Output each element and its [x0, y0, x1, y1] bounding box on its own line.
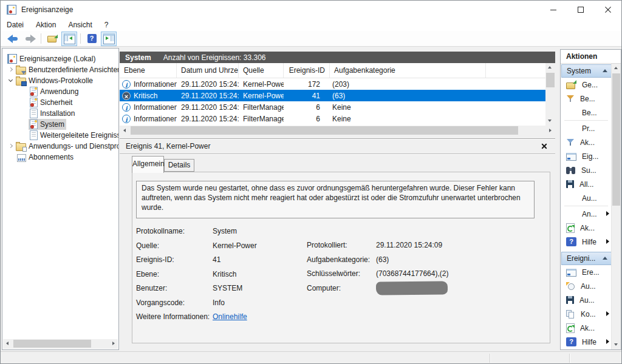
- action-item-label: All...: [579, 180, 593, 189]
- collapse-section-icon[interactable]: [602, 68, 608, 74]
- event-datetime: 29.11.2020 15:24:09: [177, 92, 239, 100]
- event-row[interactable]: Informationen 29.11.2020 15:24:09 Filter…: [120, 113, 545, 124]
- open-saved-log-button[interactable]: [44, 32, 60, 46]
- help-icon: [566, 237, 576, 246]
- action-save-selected-events[interactable]: Au...: [561, 293, 612, 307]
- field-label: Computer:: [307, 284, 376, 292]
- scrollbar-thumb[interactable]: [13, 340, 91, 348]
- tab-allgemein[interactable]: Allgemein: [132, 156, 164, 173]
- refresh-icon: [566, 223, 575, 233]
- column-header-level[interactable]: Ebene: [120, 63, 177, 78]
- help-button[interactable]: [84, 32, 100, 46]
- online-help-link[interactable]: Onlinehilfe: [213, 312, 247, 321]
- column-header-datetime[interactable]: Datum und Uhrzeit: [177, 63, 239, 78]
- column-header-category[interactable]: Aufgabenkategorie: [330, 63, 486, 78]
- sidebar-item-windows-logs[interactable]: Windows-Protokolle: [2, 75, 118, 86]
- field-value: Kritisch: [213, 270, 236, 278]
- minimize-button[interactable]: [539, 1, 567, 19]
- sidebar-item-system[interactable]: System: [2, 119, 118, 130]
- close-button[interactable]: [594, 1, 621, 19]
- chevron-down-icon[interactable]: [7, 77, 15, 84]
- scroll-left-arrow-icon[interactable]: [3, 339, 12, 348]
- event-description[interactable]: Das System wurde neu gestartet, ohne das…: [136, 181, 535, 218]
- field-label: Protokollname:: [136, 227, 213, 235]
- toolbar-separator: [41, 33, 41, 44]
- action-open-saved-log[interactable]: Ge...: [561, 78, 612, 92]
- column-header-event-id[interactable]: Ereignis-ID: [284, 63, 330, 78]
- actions-section-system[interactable]: System: [561, 64, 612, 78]
- action-properties[interactable]: Eig...: [561, 149, 612, 163]
- console-tree-toggle-button[interactable]: [61, 32, 77, 46]
- back-button[interactable]: [5, 32, 21, 46]
- event-viewer-window: Ereignisanzeige Datei Aktion Ansicht ? E…: [0, 0, 622, 364]
- event-row[interactable]: Informationen 29.11.2020 15:24:09 Kernel…: [120, 78, 545, 90]
- scroll-down-arrow-icon[interactable]: [612, 340, 621, 349]
- back-icon: [7, 35, 19, 43]
- event-level: Informationen: [134, 103, 177, 112]
- sidebar-horizontal-scrollbar[interactable]: [3, 339, 118, 349]
- menu-ansicht[interactable]: Ansicht: [62, 19, 98, 30]
- action-view[interactable]: An...: [561, 207, 612, 221]
- close-detail-icon[interactable]: [539, 141, 549, 151]
- sidebar-item-event-viewer-local[interactable]: Ereignisanzeige (Lokal): [2, 53, 118, 64]
- action-filter-current-log[interactable]: Ak...: [561, 135, 612, 149]
- actions-list: System Ge... Be... Be... Pr... Ak... Eig…: [561, 64, 612, 349]
- event-row[interactable]: Kritisch 29.11.2020 15:24:09 Kernel-Powe…: [120, 90, 545, 101]
- window-title: Ereignisanzeige: [21, 5, 73, 14]
- collapse-section-icon[interactable]: [602, 255, 608, 261]
- event-list-horizontal-scrollbar[interactable]: [120, 126, 555, 136]
- action-save-all-events[interactable]: All...: [561, 177, 612, 191]
- properties-icon: [566, 269, 576, 277]
- sidebar-item-setup[interactable]: Installation: [2, 108, 118, 119]
- event-list-vertical-scrollbar[interactable]: [545, 63, 555, 126]
- scrollbar-thumb[interactable]: [546, 73, 555, 87]
- sidebar-item-custom-views[interactable]: Benutzerdefinierte Ansichten: [2, 64, 118, 75]
- apps-services-folder-icon: [16, 143, 26, 151]
- scroll-up-arrow-icon[interactable]: [612, 64, 621, 73]
- action-help[interactable]: Hilfe: [561, 235, 612, 249]
- maximize-button[interactable]: [567, 1, 594, 19]
- action-item-label: Eig...: [582, 152, 598, 161]
- sidebar-item-apps-services-logs[interactable]: Anwendungs- und Dienstprotokolle: [2, 141, 118, 152]
- status-bar-divider: [569, 354, 570, 363]
- event-datetime: 29.11.2020 15:24:09: [177, 115, 239, 123]
- chevron-right-icon[interactable]: [7, 66, 15, 73]
- sidebar-item-security[interactable]: Sicherheit: [2, 97, 118, 108]
- submenu-arrow-icon: [606, 311, 610, 317]
- scrollbar-thumb[interactable]: [131, 126, 518, 135]
- menu-aktion[interactable]: Aktion: [30, 19, 62, 30]
- event-category: Keine: [323, 115, 545, 123]
- scroll-down-arrow-icon[interactable]: [545, 116, 555, 126]
- chevron-right-icon[interactable]: [7, 143, 15, 150]
- action-attach-task-to-event[interactable]: Au...: [561, 279, 612, 293]
- action-refresh-event[interactable]: Ak...: [561, 321, 612, 335]
- sidebar-item-subscriptions[interactable]: Abonnements: [2, 152, 118, 163]
- menu-datei[interactable]: Datei: [1, 19, 30, 30]
- column-header-source[interactable]: Quelle: [239, 63, 284, 78]
- scroll-left-arrow-icon[interactable]: [120, 126, 129, 135]
- sidebar-item-forwarded-events[interactable]: Weitergeleitete Ereignisse: [2, 130, 118, 141]
- event-row[interactable]: Informationen 29.11.2020 15:24:09 Filter…: [120, 101, 545, 113]
- tab-details[interactable]: Details: [164, 159, 194, 172]
- sidebar-item-application[interactable]: Anwendung: [2, 86, 118, 97]
- action-item-label: An...: [582, 210, 597, 218]
- action-copy[interactable]: Ko...: [561, 307, 612, 321]
- actions-vertical-scrollbar[interactable]: [611, 64, 621, 349]
- action-import-custom-view[interactable]: Be...: [561, 106, 612, 120]
- scroll-right-arrow-icon[interactable]: [545, 126, 555, 135]
- scroll-up-arrow-icon[interactable]: [545, 63, 555, 72]
- event-level: Informationen: [134, 80, 177, 89]
- action-refresh[interactable]: Ak...: [561, 221, 612, 235]
- action-event-properties[interactable]: Ere...: [561, 265, 612, 279]
- action-find[interactable]: Su...: [561, 163, 612, 177]
- menu-help[interactable]: ?: [98, 19, 115, 30]
- action-attach-task[interactable]: Au...: [561, 191, 612, 205]
- action-create-custom-view[interactable]: Be...: [561, 92, 612, 106]
- action-clear-log[interactable]: Pr...: [561, 121, 612, 135]
- action-pane-toggle-button[interactable]: [101, 32, 117, 46]
- action-help-event[interactable]: Hilfe: [561, 335, 612, 349]
- actions-section-event[interactable]: Ereigni...: [561, 252, 612, 265]
- forward-button[interactable]: [22, 32, 38, 46]
- scroll-right-arrow-icon[interactable]: [109, 339, 118, 348]
- scrollbar-thumb[interactable]: [612, 73, 620, 206]
